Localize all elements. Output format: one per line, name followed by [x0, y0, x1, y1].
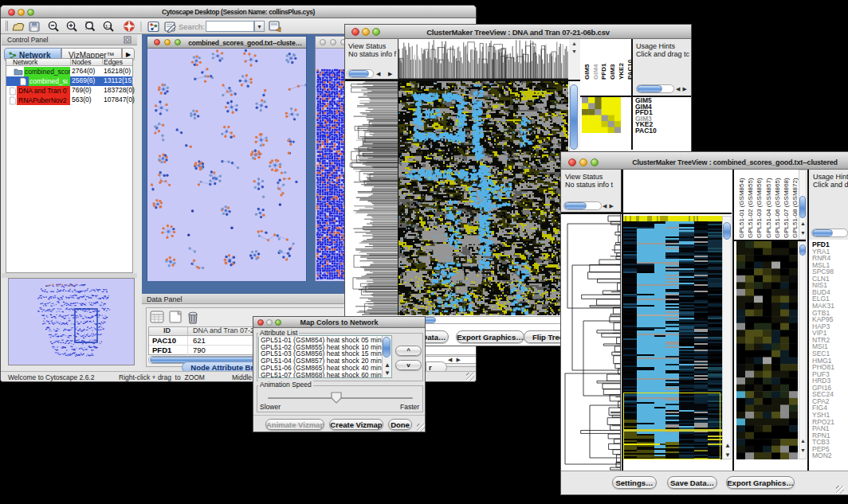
- svg-text:1:1: 1:1: [105, 24, 112, 29]
